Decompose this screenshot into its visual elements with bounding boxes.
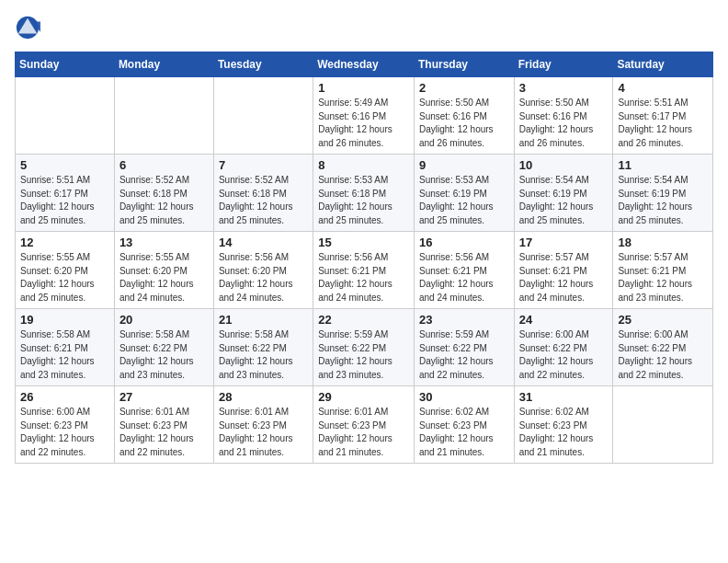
weekday-header-monday: Monday (114, 52, 213, 77)
day-number: 20 (119, 313, 209, 327)
calendar-cell (16, 77, 115, 155)
day-number: 8 (318, 158, 409, 172)
weekday-header-saturday: Saturday (613, 52, 713, 77)
calendar-cell: 22Sunrise: 5:59 AM Sunset: 6:22 PM Dayli… (313, 309, 415, 386)
day-info: Sunrise: 6:01 AM Sunset: 6:23 PM Dayligh… (219, 406, 308, 459)
day-number: 22 (318, 313, 409, 327)
calendar-cell (114, 77, 213, 155)
day-number: 15 (318, 236, 409, 249)
day-info: Sunrise: 5:54 AM Sunset: 6:19 PM Dayligh… (618, 174, 708, 227)
calendar-cell: 1Sunrise: 5:49 AM Sunset: 6:16 PM Daylig… (313, 77, 415, 155)
day-number: 27 (119, 390, 209, 404)
calendar-cell: 15Sunrise: 5:56 AM Sunset: 6:21 PM Dayli… (313, 232, 415, 309)
day-number: 16 (419, 236, 509, 249)
day-info: Sunrise: 5:57 AM Sunset: 6:21 PM Dayligh… (618, 251, 708, 304)
day-info: Sunrise: 5:51 AM Sunset: 6:17 PM Dayligh… (618, 97, 708, 150)
day-info: Sunrise: 5:54 AM Sunset: 6:19 PM Dayligh… (519, 174, 609, 227)
calendar-cell: 23Sunrise: 5:59 AM Sunset: 6:22 PM Dayli… (414, 309, 514, 386)
calendar-cell: 9Sunrise: 5:53 AM Sunset: 6:19 PM Daylig… (414, 155, 514, 232)
weekday-header-wednesday: Wednesday (313, 52, 415, 77)
day-info: Sunrise: 5:56 AM Sunset: 6:20 PM Dayligh… (219, 251, 308, 304)
day-info: Sunrise: 6:01 AM Sunset: 6:23 PM Dayligh… (119, 406, 209, 459)
day-info: Sunrise: 5:53 AM Sunset: 6:19 PM Dayligh… (419, 174, 509, 227)
day-info: Sunrise: 5:52 AM Sunset: 6:18 PM Dayligh… (219, 174, 308, 227)
weekday-header-thursday: Thursday (414, 52, 514, 77)
calendar-cell (213, 77, 313, 155)
calendar-cell: 17Sunrise: 5:57 AM Sunset: 6:21 PM Dayli… (514, 232, 613, 309)
day-number: 5 (20, 158, 109, 172)
calendar-table: SundayMondayTuesdayWednesdayThursdayFrid… (15, 52, 713, 464)
day-info: Sunrise: 5:58 AM Sunset: 6:22 PM Dayligh… (219, 328, 308, 382)
logo-icon (15, 15, 40, 40)
day-info: Sunrise: 5:50 AM Sunset: 6:16 PM Dayligh… (419, 97, 509, 150)
weekday-header-sunday: Sunday (16, 52, 115, 77)
day-number: 25 (618, 313, 708, 327)
calendar-cell: 20Sunrise: 5:58 AM Sunset: 6:22 PM Dayli… (114, 309, 213, 386)
logo (15, 15, 42, 40)
day-info: Sunrise: 5:56 AM Sunset: 6:21 PM Dayligh… (318, 251, 409, 304)
day-info: Sunrise: 5:59 AM Sunset: 6:22 PM Dayligh… (318, 328, 409, 382)
calendar-cell: 31Sunrise: 6:02 AM Sunset: 6:23 PM Dayli… (514, 386, 613, 464)
day-info: Sunrise: 5:58 AM Sunset: 6:22 PM Dayligh… (119, 328, 209, 382)
day-info: Sunrise: 5:51 AM Sunset: 6:17 PM Dayligh… (20, 174, 109, 227)
day-info: Sunrise: 5:55 AM Sunset: 6:20 PM Dayligh… (20, 251, 109, 304)
calendar-cell: 27Sunrise: 6:01 AM Sunset: 6:23 PM Dayli… (114, 386, 213, 464)
day-number: 7 (219, 158, 308, 172)
day-number: 2 (419, 81, 509, 95)
calendar-cell: 5Sunrise: 5:51 AM Sunset: 6:17 PM Daylig… (16, 155, 115, 232)
calendar-cell: 30Sunrise: 6:02 AM Sunset: 6:23 PM Dayli… (414, 386, 514, 464)
calendar-cell: 6Sunrise: 5:52 AM Sunset: 6:18 PM Daylig… (114, 155, 213, 232)
calendar-cell: 18Sunrise: 5:57 AM Sunset: 6:21 PM Dayli… (613, 232, 713, 309)
day-number: 26 (20, 390, 109, 404)
day-number: 9 (419, 158, 509, 172)
day-info: Sunrise: 6:02 AM Sunset: 6:23 PM Dayligh… (419, 406, 509, 459)
day-info: Sunrise: 5:52 AM Sunset: 6:18 PM Dayligh… (119, 174, 209, 227)
day-number: 23 (419, 313, 509, 327)
calendar-cell: 4Sunrise: 5:51 AM Sunset: 6:17 PM Daylig… (613, 77, 713, 155)
day-info: Sunrise: 6:00 AM Sunset: 6:22 PM Dayligh… (519, 328, 609, 382)
calendar-cell: 16Sunrise: 5:56 AM Sunset: 6:21 PM Dayli… (414, 232, 514, 309)
day-number: 4 (618, 81, 708, 95)
day-info: Sunrise: 6:02 AM Sunset: 6:23 PM Dayligh… (519, 406, 609, 459)
calendar-cell: 13Sunrise: 5:55 AM Sunset: 6:20 PM Dayli… (114, 232, 213, 309)
day-info: Sunrise: 5:56 AM Sunset: 6:21 PM Dayligh… (419, 251, 509, 304)
weekday-header-tuesday: Tuesday (213, 52, 313, 77)
calendar-cell: 14Sunrise: 5:56 AM Sunset: 6:20 PM Dayli… (213, 232, 313, 309)
day-info: Sunrise: 5:55 AM Sunset: 6:20 PM Dayligh… (119, 251, 209, 304)
day-info: Sunrise: 5:50 AM Sunset: 6:16 PM Dayligh… (519, 97, 609, 150)
day-number: 30 (419, 390, 509, 404)
day-info: Sunrise: 5:49 AM Sunset: 6:16 PM Dayligh… (318, 97, 409, 150)
day-number: 3 (519, 81, 609, 95)
day-number: 17 (519, 236, 609, 249)
day-number: 28 (219, 390, 308, 404)
day-number: 6 (119, 158, 209, 172)
day-number: 10 (519, 158, 609, 172)
calendar-cell: 29Sunrise: 6:01 AM Sunset: 6:23 PM Dayli… (313, 386, 415, 464)
calendar-cell: 26Sunrise: 6:00 AM Sunset: 6:23 PM Dayli… (16, 386, 115, 464)
day-number: 24 (519, 313, 609, 327)
calendar-cell: 12Sunrise: 5:55 AM Sunset: 6:20 PM Dayli… (16, 232, 115, 309)
day-number: 18 (618, 236, 708, 249)
day-info: Sunrise: 5:59 AM Sunset: 6:22 PM Dayligh… (419, 328, 509, 382)
day-info: Sunrise: 6:00 AM Sunset: 6:23 PM Dayligh… (20, 406, 109, 459)
calendar-cell: 28Sunrise: 6:01 AM Sunset: 6:23 PM Dayli… (213, 386, 313, 464)
weekday-header-friday: Friday (514, 52, 613, 77)
calendar-cell: 24Sunrise: 6:00 AM Sunset: 6:22 PM Dayli… (514, 309, 613, 386)
day-number: 1 (318, 81, 409, 95)
day-info: Sunrise: 5:57 AM Sunset: 6:21 PM Dayligh… (519, 251, 609, 304)
calendar-cell: 25Sunrise: 6:00 AM Sunset: 6:22 PM Dayli… (613, 309, 713, 386)
day-number: 19 (20, 313, 109, 327)
day-info: Sunrise: 6:01 AM Sunset: 6:23 PM Dayligh… (318, 406, 409, 459)
day-number: 31 (519, 390, 609, 404)
day-number: 11 (618, 158, 708, 172)
calendar-cell: 11Sunrise: 5:54 AM Sunset: 6:19 PM Dayli… (613, 155, 713, 232)
calendar-cell: 3Sunrise: 5:50 AM Sunset: 6:16 PM Daylig… (514, 77, 613, 155)
day-number: 29 (318, 390, 409, 404)
day-number: 12 (20, 236, 109, 249)
calendar-cell: 21Sunrise: 5:58 AM Sunset: 6:22 PM Dayli… (213, 309, 313, 386)
day-info: Sunrise: 5:53 AM Sunset: 6:18 PM Dayligh… (318, 174, 409, 227)
calendar-cell (613, 386, 713, 464)
day-number: 21 (219, 313, 308, 327)
page-header (15, 15, 713, 40)
calendar-cell: 2Sunrise: 5:50 AM Sunset: 6:16 PM Daylig… (414, 77, 514, 155)
